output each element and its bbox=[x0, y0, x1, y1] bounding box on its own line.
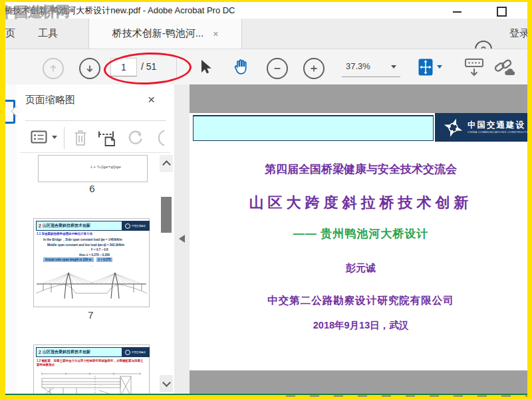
mini-highlight-row: Actual side span length is 220 m λ = 0.2… bbox=[43, 257, 112, 262]
hand-icon bbox=[231, 58, 249, 76]
maximize-icon bbox=[497, 7, 507, 17]
main-toolbar: 1 / 51 37.3% bbox=[0, 49, 532, 86]
minimize-button[interactable] bbox=[448, 4, 466, 19]
mini-highlight-right: λ = 0.275 bbox=[96, 257, 113, 262]
scrollbar-up-button[interactable] bbox=[160, 155, 173, 172]
page-thumbnails-panel: 页面缩略图 × bbox=[17, 84, 175, 394]
mini-slide-header: 2 山区混合梁斜拉桥技术创新 中国交通建设 bbox=[36, 221, 150, 229]
watermark-stamp: 中国道桥网 bbox=[0, 2, 70, 22]
tab-home[interactable]: 页 bbox=[5, 19, 15, 49]
cccc-logo-box: 中国交通建设 CHINA COMMUNICATIONS CONSTRUCTION bbox=[435, 113, 532, 142]
send-to-device-button[interactable] bbox=[464, 57, 484, 78]
slide-subtitle: —— 贵州鸭池河大桥设计 bbox=[190, 226, 532, 241]
panel-toolbar-separator bbox=[64, 127, 65, 149]
panel-close-button[interactable]: × bbox=[148, 92, 155, 107]
cccc-logo-mini-mark bbox=[125, 223, 130, 229]
fit-page-caret[interactable] bbox=[437, 65, 442, 68]
minimize-icon bbox=[453, 11, 462, 13]
annotation-frame-left bbox=[0, 0, 5, 399]
mini-slide-header: 2 山区混合梁斜拉桥技术创新 中国交通建设 bbox=[36, 347, 150, 356]
thumbnail-7-label: 7 bbox=[33, 309, 148, 321]
cccc-logo-mini: 中国交通建设 bbox=[122, 221, 150, 231]
thumbnail-page-6[interactable]: λ = ½√(qw+ql)/qw bbox=[38, 155, 148, 182]
chevron-down-icon bbox=[162, 378, 171, 387]
mini-slide-title-band: 2 山区混合梁斜拉桥技术创新 bbox=[36, 221, 122, 231]
scrollbar-thumb[interactable] bbox=[161, 197, 172, 233]
annotation-frame-right bbox=[527, 0, 532, 399]
scrollbar-down-button[interactable] bbox=[160, 375, 173, 392]
zoom-field-underline bbox=[342, 76, 400, 77]
cccc-logo-mini-text: 中国交通建设 bbox=[132, 225, 146, 227]
organization-name: 中交第二公路勘察设计研究院有限公司 bbox=[190, 294, 532, 308]
extract-pages-button[interactable] bbox=[97, 129, 116, 147]
zoom-out-button[interactable] bbox=[267, 58, 288, 79]
acrobat-window: 桥技术创新-鸭池河大桥设计new.pdf - Adobe Acrobat Pro… bbox=[0, 0, 532, 399]
arrow-up-icon bbox=[49, 64, 58, 73]
slide-title-band bbox=[193, 115, 434, 141]
chevron-up-icon bbox=[162, 160, 171, 169]
mini-slide-title: 山区混合梁斜拉桥技术创新 bbox=[43, 223, 90, 229]
link-cloud-icon bbox=[493, 57, 515, 77]
tab-tools[interactable]: 工具 bbox=[38, 19, 58, 49]
select-tool-button[interactable] bbox=[197, 58, 213, 76]
cccc-logo-text: 中国交通建设 CHINA COMMUNICATIONS CONSTRUCTION bbox=[467, 121, 532, 134]
panel-divider bbox=[25, 120, 166, 121]
rotate-ccw-button[interactable] bbox=[126, 129, 144, 147]
minus-icon bbox=[273, 64, 282, 73]
annotation-frame-top bbox=[0, 0, 532, 2]
panel-divider bbox=[20, 152, 170, 153]
delete-pages-button[interactable] bbox=[72, 128, 88, 148]
zoom-level-value[interactable]: 37.3% bbox=[346, 61, 370, 71]
panel-title: 页面缩略图 bbox=[25, 94, 75, 106]
cccc-logo-mini: 中国交通建设 bbox=[122, 347, 150, 357]
panel-gutter bbox=[174, 84, 190, 394]
options-list-icon bbox=[31, 130, 48, 144]
hand-tool-button[interactable] bbox=[231, 58, 249, 76]
rotate-cw-button[interactable] bbox=[158, 129, 170, 147]
options-caret[interactable] bbox=[52, 136, 57, 139]
cccc-logo-mini-text: 中国交通建设 bbox=[132, 351, 146, 354]
tab-document[interactable]: 桥技术创新-鸭池河... × bbox=[88, 19, 242, 49]
cccc-logo-cn: 中国交通建设 bbox=[467, 121, 532, 130]
previous-page-button[interactable] bbox=[43, 58, 64, 79]
zoom-dropdown-caret[interactable] bbox=[391, 65, 396, 68]
fit-page-icon bbox=[418, 58, 434, 76]
zoom-in-button[interactable] bbox=[303, 58, 325, 79]
thumbnail-page-7[interactable]: 2 山区混合梁斜拉桥技术创新 中国交通建设 1.1 混合梁斜拉桥的合理边中跨比计… bbox=[33, 218, 150, 307]
title-bar: 桥技术创新-鸭池河大桥设计new.pdf - Adobe Acrobat Pro… bbox=[0, 2, 532, 19]
mini-section-title: 1.2 钢桁梁、混凝土梁结合力节点受力性能研究和试验研究，大型钢桁梁与混凝土梁的… bbox=[37, 359, 146, 368]
thumbnail-6-label: 6 bbox=[38, 183, 146, 194]
fit-page-button[interactable] bbox=[418, 58, 434, 76]
thumbnail-options-button[interactable] bbox=[31, 130, 48, 144]
collapse-panel-handle[interactable] bbox=[179, 235, 185, 243]
share-link-button[interactable] bbox=[493, 57, 515, 77]
mini-highlight-left: Actual side span length is 220 m bbox=[43, 257, 94, 262]
cccc-logo-en: CHINA COMMUNICATIONS CONSTRUCTION bbox=[467, 130, 532, 134]
conference-title: 第四届全国桥梁健康与安全技术交流会 bbox=[190, 162, 532, 177]
plus-icon bbox=[309, 64, 319, 73]
cccc-logo-mini-mark bbox=[125, 350, 130, 355]
cccc-compass-icon bbox=[443, 117, 464, 138]
mini-slide-number: 2 bbox=[39, 223, 41, 228]
next-page-button[interactable] bbox=[79, 58, 100, 79]
mini-slide-title: 山区混合梁斜拉桥技术创新 bbox=[43, 349, 90, 355]
thumbnail-page-8[interactable]: 2 山区混合梁斜拉桥技术创新 中国交通建设 1.2 钢桁梁、混凝土梁结合力节点受… bbox=[33, 344, 150, 394]
bridge-elevation-drawing bbox=[35, 269, 148, 305]
tab-close-icon[interactable]: × bbox=[213, 29, 218, 39]
keyboard-download-icon bbox=[464, 57, 484, 78]
trash-icon bbox=[72, 128, 88, 148]
date-location: 2018年9月13日，武汉 bbox=[190, 319, 532, 332]
sign-in-button[interactable]: 登录 bbox=[509, 19, 527, 49]
mini-dots: …… bbox=[34, 264, 149, 267]
rotate-clockwise-icon bbox=[158, 129, 170, 147]
cursor-icon bbox=[197, 58, 213, 76]
rotate-counterclockwise-icon bbox=[126, 129, 144, 147]
maximize-button[interactable] bbox=[492, 4, 511, 19]
arrow-down-icon bbox=[85, 64, 94, 73]
extract-pages-icon bbox=[97, 129, 116, 147]
mini-slide-title-band: 2 山区混合梁斜拉桥技术创新 bbox=[36, 347, 122, 357]
author-name: 彭元诚 bbox=[190, 262, 532, 275]
mini-section-title: 1.1 混合梁斜拉桥的合理边中跨比计算方法 bbox=[37, 232, 146, 235]
red-circle-annotation bbox=[103, 51, 192, 86]
mini-body-text: In the Bridge ，Side span constant load q… bbox=[39, 238, 124, 258]
